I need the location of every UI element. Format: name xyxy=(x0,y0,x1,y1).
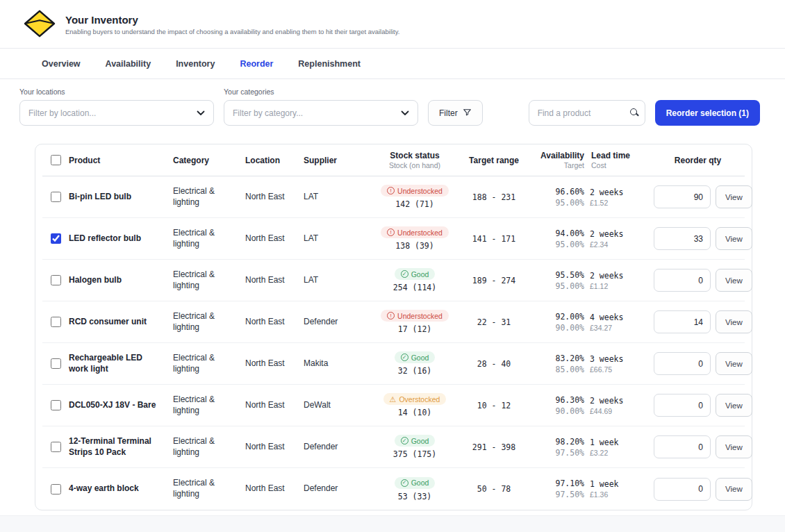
search-icon xyxy=(630,108,637,115)
col-target-range: Target range xyxy=(459,153,529,168)
availability-target: 85.00% xyxy=(531,365,584,374)
stock-status-cell: Good 32 (16) xyxy=(370,349,459,379)
col-product: Product xyxy=(66,153,170,168)
lead-time-value: 2 weeks xyxy=(590,188,648,197)
reorder-qty-input[interactable] xyxy=(654,478,711,501)
availability-cell: 92.00% 90.00% xyxy=(529,309,588,335)
cost-value: £34.27 xyxy=(590,324,648,332)
location-cell: North East xyxy=(242,481,301,497)
reorder-qty-input[interactable] xyxy=(654,310,711,333)
location-filter-select[interactable]: Filter by location... xyxy=(19,100,214,126)
availability-value: 97.10% xyxy=(531,479,584,488)
tab-reorder[interactable]: Reorder xyxy=(240,59,273,69)
tab-availability[interactable]: Availability xyxy=(106,59,151,69)
tab-replenishment[interactable]: Replenishment xyxy=(298,59,361,69)
search-input[interactable] xyxy=(529,100,645,126)
tab-overview[interactable]: Overview xyxy=(42,59,81,69)
table-row: RCD consumer unit Electrical & lighting … xyxy=(42,301,745,343)
availability-target: 95.00% xyxy=(531,198,584,208)
table-header-row: Product Category Location Supplier Stock… xyxy=(42,144,745,176)
status-label: Good xyxy=(411,437,429,445)
status-badge: Understocked xyxy=(381,310,449,322)
lead-time-cell: 2 weeks £1.12 xyxy=(588,268,651,293)
category-filter-select[interactable]: Filter by category... xyxy=(224,100,418,126)
category-cell: Electrical & lighting xyxy=(170,183,242,210)
view-button[interactable]: View xyxy=(716,352,752,375)
chevron-down-icon xyxy=(401,108,409,118)
view-button[interactable]: View xyxy=(716,185,752,208)
row-checkbox[interactable] xyxy=(51,317,61,327)
reorder-qty-input[interactable] xyxy=(654,269,711,292)
stock-status-cell: Good 375 (175) xyxy=(370,432,459,463)
status-icon xyxy=(401,479,408,487)
filter-button[interactable]: Filter xyxy=(428,100,483,126)
reorder-qty-input[interactable] xyxy=(654,227,711,250)
target-range-cell: 189 - 274 xyxy=(459,273,529,288)
location-cell: North East xyxy=(242,272,301,289)
row-checkbox[interactable] xyxy=(51,358,61,369)
availability-value: 92.00% xyxy=(531,312,584,322)
stock-on-hand: 32 (16) xyxy=(373,366,456,376)
availability-value: 94.00% xyxy=(531,228,584,238)
lead-time-cell: 2 weeks £2.34 xyxy=(588,226,651,251)
category-cell: Electrical & lighting xyxy=(170,433,242,460)
lead-time-value: 4 weeks xyxy=(590,313,648,322)
availability-cell: 98.20% 97.50% xyxy=(529,434,588,460)
col-supplier: Supplier xyxy=(301,153,370,168)
filter-bar: Your locations Filter by location... You… xyxy=(0,79,785,137)
supplier-cell: DeWalt xyxy=(301,397,370,414)
cost-value: £1.36 xyxy=(590,490,648,499)
category-cell: Electrical & lighting xyxy=(170,267,242,294)
select-all-checkbox[interactable] xyxy=(51,155,61,165)
availability-target: 97.50% xyxy=(531,448,584,458)
reorder-selection-button[interactable]: Reorder selection (1) xyxy=(655,100,760,126)
lead-time-value: 2 weeks xyxy=(590,396,648,406)
row-checkbox[interactable] xyxy=(51,442,61,452)
view-button[interactable]: View xyxy=(716,478,752,501)
view-button[interactable]: View xyxy=(716,310,752,333)
product-name: DCL050-XJ 18V - Bare xyxy=(66,397,170,414)
availability-value: 83.20% xyxy=(531,354,584,363)
target-range-cell: 141 - 171 xyxy=(459,231,529,247)
table-row: Rechargeable LED work light Electrical &… xyxy=(42,343,745,385)
availability-value: 96.60% xyxy=(531,187,584,197)
availability-cell: 96.60% 95.00% xyxy=(529,184,588,210)
view-button[interactable]: View xyxy=(716,269,752,292)
row-checkbox[interactable] xyxy=(51,233,61,244)
cost-value: £2.34 xyxy=(590,240,648,249)
target-range-cell: 10 - 12 xyxy=(459,398,529,413)
row-checkbox[interactable] xyxy=(51,275,61,285)
table-row: Halogen bulb Electrical & lighting North… xyxy=(42,260,745,301)
lead-time-value: 1 week xyxy=(590,438,648,447)
inventory-table: Product Category Location Supplier Stock… xyxy=(35,144,752,510)
availability-cell: 94.00% 95.00% xyxy=(529,226,588,252)
app-header: Your Inventory Enabling buyers to unders… xyxy=(0,0,785,49)
product-name: 4-way earth block xyxy=(66,481,170,497)
supplier-cell: Defender xyxy=(301,439,370,456)
status-icon xyxy=(401,270,408,278)
table-row: DCL050-XJ 18V - Bare Electrical & lighti… xyxy=(42,385,745,426)
view-button[interactable]: View xyxy=(716,394,752,417)
supplier-cell: LAT xyxy=(301,189,370,206)
status-badge: Good xyxy=(395,351,436,363)
col-lead-time-sub: Cost xyxy=(591,161,648,169)
lead-time-value: 2 weeks xyxy=(590,271,648,281)
row-checkbox[interactable] xyxy=(51,192,61,202)
reorder-qty-input[interactable] xyxy=(654,394,711,417)
col-stock-status-sub: Stock (on hand) xyxy=(373,161,456,169)
view-button[interactable]: View xyxy=(716,227,752,250)
table-row: 4-way earth block Electrical & lighting … xyxy=(42,468,745,510)
status-badge: Good xyxy=(395,435,436,447)
page-subtitle: Enabling buyers to understand the impact… xyxy=(65,28,399,35)
tab-inventory[interactable]: Inventory xyxy=(176,59,215,69)
stock-status-cell: Understocked 142 (71) xyxy=(370,182,459,213)
reorder-qty-input[interactable] xyxy=(654,352,711,375)
view-button[interactable]: View xyxy=(716,435,752,458)
row-checkbox[interactable] xyxy=(51,400,61,410)
reorder-qty-input[interactable] xyxy=(654,435,711,458)
stock-on-hand: 53 (33) xyxy=(373,492,456,501)
row-checkbox[interactable] xyxy=(51,484,61,494)
reorder-qty-input[interactable] xyxy=(654,185,711,208)
category-cell: Electrical & lighting xyxy=(170,225,242,252)
availability-target: 97.50% xyxy=(531,490,584,499)
